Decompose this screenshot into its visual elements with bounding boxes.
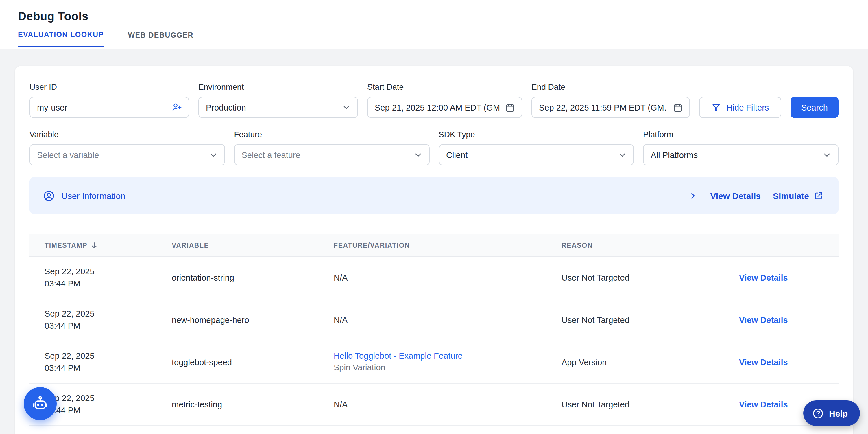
environment-label: Environment bbox=[198, 82, 358, 91]
sort-descending-icon bbox=[91, 242, 98, 249]
environment-value: Production bbox=[206, 103, 246, 112]
variable-cell: new-homepage-hero bbox=[172, 299, 334, 341]
calendar-icon[interactable] bbox=[505, 102, 515, 113]
sdk-type-value: Client bbox=[446, 150, 468, 160]
table-header-row: Timestamp Variable Feature/Variation Rea… bbox=[30, 234, 838, 257]
user-id-input[interactable]: my-user bbox=[30, 97, 189, 118]
filter-icon bbox=[712, 103, 721, 112]
environment-select[interactable]: Production bbox=[198, 97, 358, 118]
variable-cell: togglebot-speed bbox=[172, 341, 334, 383]
column-header-timestamp[interactable]: Timestamp bbox=[30, 234, 172, 257]
help-label: Help bbox=[829, 408, 848, 418]
feature-cell: N/A bbox=[334, 257, 561, 299]
feature-cell: Hello Togglebot - Example Feature Spin V… bbox=[334, 341, 561, 383]
variable-cell: orientation-string bbox=[172, 257, 334, 299]
start-date-label: Start Date bbox=[367, 82, 522, 91]
debug-tools-page: Debug Tools EVALUATION LOOKUP WEB DEBUGG… bbox=[0, 0, 868, 434]
end-date-field: End Date Sep 22, 2025 11:59 PM EDT (GM… bbox=[531, 82, 690, 118]
row-view-details-link[interactable]: View Details bbox=[739, 357, 788, 367]
hide-filters-label: Hide Filters bbox=[726, 103, 769, 112]
table-row: Sep 22, 2025 03:44 PM togglebot-speed He… bbox=[30, 341, 838, 383]
user-id-field: User ID my-user bbox=[30, 82, 189, 118]
question-circle-icon bbox=[813, 408, 824, 419]
hide-filters-button[interactable]: Hide Filters bbox=[699, 97, 781, 118]
variation-label: Spin Variation bbox=[334, 361, 555, 373]
simulate-label: Simulate bbox=[773, 191, 809, 201]
tab-web-debugger[interactable]: WEB DEBUGGER bbox=[128, 31, 194, 47]
togglebot-widget-button[interactable] bbox=[24, 387, 57, 420]
end-date-label: End Date bbox=[531, 82, 690, 91]
person-add-icon[interactable] bbox=[171, 102, 182, 113]
simulate-link[interactable]: Simulate bbox=[773, 191, 824, 201]
timestamp-cell: Sep 22, 2025 03:44 PM bbox=[30, 257, 172, 299]
reason-cell: User Not Targeted bbox=[561, 299, 739, 341]
feature-label: Feature bbox=[234, 129, 430, 139]
calendar-icon[interactable] bbox=[673, 102, 683, 113]
end-date-input[interactable]: Sep 22, 2025 11:59 PM EDT (GM… bbox=[531, 97, 690, 118]
expand-user-info-chevron[interactable] bbox=[688, 191, 698, 201]
column-header-actions bbox=[739, 234, 838, 257]
variable-select[interactable]: Select a variable bbox=[30, 144, 225, 166]
tab-evaluation-lookup[interactable]: EVALUATION LOOKUP bbox=[18, 31, 104, 47]
tab-bar: EVALUATION LOOKUP WEB DEBUGGER bbox=[18, 31, 868, 47]
banner-view-details-link[interactable]: View Details bbox=[710, 191, 761, 201]
filter-row-secondary: Variable Select a variable Feature Selec… bbox=[30, 129, 838, 166]
table-row: Sep 22, 2025 03:44 PM orientation-string… bbox=[30, 257, 838, 299]
feature-cell: N/A bbox=[334, 383, 561, 426]
chevron-down-icon bbox=[342, 103, 351, 112]
chevron-down-icon bbox=[822, 150, 832, 160]
reason-cell: User Not Targeted bbox=[561, 383, 739, 426]
page-body: User ID my-user Environment Production bbox=[0, 49, 868, 434]
user-information-banner[interactable]: User Information View Details Simulate bbox=[30, 177, 838, 214]
reason-cell: App Version bbox=[561, 341, 739, 383]
start-date-value: Sep 21, 2025 12:00 AM EDT (GM… bbox=[375, 103, 500, 112]
platform-select[interactable]: All Platforms bbox=[643, 144, 839, 166]
environment-field: Environment Production bbox=[198, 82, 358, 118]
table-row: Sep 22, 2025 03:44 PM metric-testing N/A… bbox=[30, 383, 838, 426]
timestamp-header-label: Timestamp bbox=[44, 242, 87, 249]
row-view-details-link[interactable]: View Details bbox=[739, 400, 788, 409]
help-button[interactable]: Help bbox=[804, 400, 860, 426]
row-view-details-link[interactable]: View Details bbox=[739, 315, 788, 325]
sdk-type-label: SDK Type bbox=[439, 129, 634, 139]
platform-value: All Platforms bbox=[651, 150, 698, 160]
robot-icon bbox=[31, 395, 49, 413]
actions-cell: View Details bbox=[739, 257, 838, 299]
user-id-value: my-user bbox=[37, 103, 67, 112]
feature-field: Feature Select a feature bbox=[234, 129, 430, 166]
row-view-details-link[interactable]: View Details bbox=[739, 273, 788, 282]
sdk-type-select[interactable]: Client bbox=[439, 144, 634, 166]
user-information-title: User Information bbox=[61, 191, 125, 201]
chevron-down-icon bbox=[413, 150, 423, 160]
evaluation-results-table: Timestamp Variable Feature/Variation Rea… bbox=[30, 234, 838, 426]
column-header-feature-variation[interactable]: Feature/Variation bbox=[334, 234, 561, 257]
reason-cell: User Not Targeted bbox=[561, 257, 739, 299]
user-circle-icon bbox=[43, 190, 55, 202]
actions-cell: View Details bbox=[739, 299, 838, 341]
chevron-down-icon bbox=[618, 150, 627, 160]
end-date-value: Sep 22, 2025 11:59 PM EDT (GM… bbox=[539, 103, 668, 112]
feature-select[interactable]: Select a feature bbox=[234, 144, 430, 166]
search-button[interactable]: Search bbox=[790, 97, 838, 118]
feature-placeholder: Select a feature bbox=[242, 150, 301, 160]
column-header-variable[interactable]: Variable bbox=[172, 234, 334, 257]
timestamp-cell: Sep 22, 2025 03:44 PM bbox=[30, 299, 172, 341]
page-title: Debug Tools bbox=[18, 10, 868, 23]
evaluation-lookup-card: User ID my-user Environment Production bbox=[15, 66, 853, 434]
actions-cell: View Details bbox=[739, 341, 838, 383]
external-link-icon bbox=[814, 191, 824, 201]
column-header-reason[interactable]: Reason bbox=[561, 234, 739, 257]
platform-label: Platform bbox=[643, 129, 839, 139]
sdk-type-field: SDK Type Client bbox=[439, 129, 634, 166]
table-row: Sep 22, 2025 03:44 PM new-homepage-hero … bbox=[30, 299, 838, 341]
page-header: Debug Tools EVALUATION LOOKUP WEB DEBUGG… bbox=[0, 0, 868, 49]
filter-row-primary: User ID my-user Environment Production bbox=[30, 82, 838, 118]
variable-placeholder: Select a variable bbox=[37, 150, 99, 160]
start-date-input[interactable]: Sep 21, 2025 12:00 AM EDT (GM… bbox=[367, 97, 522, 118]
platform-field: Platform All Platforms bbox=[643, 129, 839, 166]
chevron-down-icon bbox=[209, 150, 218, 160]
timestamp-cell: Sep 22, 2025 03:44 PM bbox=[30, 341, 172, 383]
variable-label: Variable bbox=[30, 129, 225, 139]
user-id-label: User ID bbox=[30, 82, 189, 91]
feature-link[interactable]: Hello Togglebot - Example Feature bbox=[334, 351, 463, 360]
